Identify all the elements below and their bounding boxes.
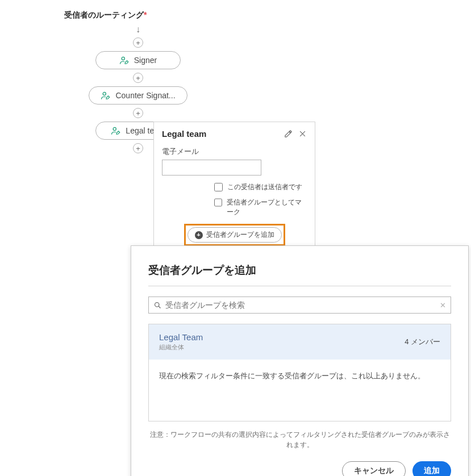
role-node-counter-signature[interactable]: Counter Signat... [89, 86, 187, 105]
person-pen-icon [101, 91, 111, 100]
checkbox-sender-label: この受信者は送信者です [227, 182, 302, 192]
add-group-button-label: 受信者グループを追加 [206, 230, 274, 240]
role-node-label: Signer [134, 56, 157, 65]
svg-point-1 [103, 92, 106, 95]
cancel-button[interactable]: キャンセル [342, 461, 406, 476]
add-recipient-group-modal: 受信者グループを追加 ✕ Legal Team 組織全体 4 メンバー 現在の検… [131, 245, 469, 476]
add-node-button[interactable]: + [133, 37, 143, 48]
search-input[interactable] [165, 300, 435, 310]
routing-title-text: 受信者のルーティング [64, 10, 144, 19]
checkbox-sender-row[interactable]: この受信者は送信者です [214, 182, 307, 192]
result-item-left: Legal Team 組織全体 [159, 332, 203, 352]
checkbox-sender[interactable] [214, 183, 223, 191]
email-field-label: 電子メール [162, 147, 307, 157]
add-node-button[interactable]: + [133, 143, 143, 153]
svg-point-2 [113, 127, 116, 130]
edit-icon[interactable] [284, 130, 293, 138]
arrow-down-icon: ↓ [136, 25, 140, 34]
result-empty-message: 現在の検索フィルター条件に一致する受信者グループは、これ以上ありません。 [149, 360, 451, 421]
add-recipient-group-button[interactable]: + 受信者グループを追加 [187, 227, 282, 243]
add-group-button-wrap: + 受信者グループを追加 [162, 224, 307, 246]
panel-header: Legal team [162, 129, 307, 139]
panel-title: Legal team [162, 129, 206, 139]
search-box[interactable]: ✕ [148, 297, 451, 314]
modal-note: 注意：ワークフローの共有の選択内容によってフィルタリングされた受信者グループのみ… [148, 429, 451, 450]
routing-title: 受信者のルーティング* [64, 10, 212, 20]
email-input[interactable] [162, 160, 261, 176]
divider [148, 286, 451, 286]
add-button[interactable]: 追加 [412, 461, 451, 476]
panel-actions [284, 130, 307, 138]
result-item-members: 4 メンバー [405, 337, 440, 347]
person-pen-icon [111, 126, 121, 135]
required-star-icon: * [144, 10, 147, 19]
highlight-frame: + 受信者グループを追加 [184, 224, 285, 246]
svg-point-0 [122, 57, 124, 60]
add-node-button[interactable]: + [133, 108, 143, 118]
plus-circle-icon: + [195, 231, 203, 239]
checkbox-mark-group-label: 受信者グループとしてマーク [227, 198, 307, 217]
close-icon[interactable] [298, 130, 307, 138]
role-node-label: Counter Signat... [115, 91, 175, 100]
checkbox-mark-group-row[interactable]: 受信者グループとしてマーク [214, 198, 307, 217]
person-pen-icon [119, 56, 130, 65]
result-list: Legal Team 組織全体 4 メンバー 現在の検索フィルター条件に一致する… [148, 324, 451, 421]
svg-point-5 [155, 302, 160, 307]
result-item-legal-team[interactable]: Legal Team 組織全体 4 メンバー [149, 324, 451, 360]
result-item-name: Legal Team [159, 332, 203, 342]
checkbox-mark-group[interactable] [214, 198, 222, 207]
add-node-button[interactable]: + [133, 73, 143, 83]
role-node-signer[interactable]: Signer [95, 51, 181, 69]
recipient-panel: Legal team 電子メール この受信者は送信者です 受信者グループとしてマ… [153, 122, 315, 257]
checkbox-group: この受信者は送信者です 受信者グループとしてマーク [162, 182, 307, 217]
svg-line-6 [159, 306, 160, 308]
clear-search-icon[interactable]: ✕ [440, 301, 446, 310]
modal-footer: キャンセル 追加 [148, 461, 451, 476]
modal-title: 受信者グループを追加 [148, 263, 451, 278]
result-item-scope: 組織全体 [159, 343, 203, 352]
search-icon [153, 301, 162, 310]
